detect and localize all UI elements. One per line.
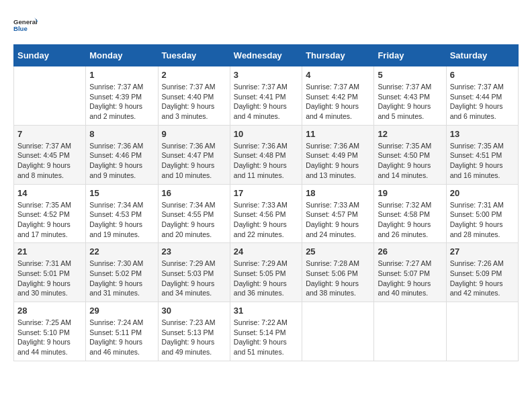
day-header-sunday: Sunday	[14, 45, 86, 66]
day-header-wednesday: Wednesday	[230, 45, 302, 66]
day-header-monday: Monday	[86, 45, 158, 66]
day-number: 18	[306, 188, 370, 198]
day-info: Sunrise: 7:27 AMSunset: 5:07 PMDaylight:…	[378, 259, 442, 298]
week-row-3: 14Sunrise: 7:35 AMSunset: 4:52 PMDayligh…	[14, 184, 519, 243]
day-cell: 23Sunrise: 7:29 AMSunset: 5:03 PMDayligh…	[158, 243, 230, 302]
day-number: 31	[234, 306, 298, 316]
day-info: Sunrise: 7:34 AMSunset: 4:55 PMDaylight:…	[162, 200, 226, 240]
day-info: Sunrise: 7:29 AMSunset: 5:03 PMDaylight:…	[162, 259, 226, 298]
day-cell: 2Sunrise: 7:37 AMSunset: 4:40 PMDaylight…	[158, 66, 230, 126]
day-info: Sunrise: 7:37 AMSunset: 4:40 PMDaylight:…	[162, 82, 226, 122]
day-cell: 8Sunrise: 7:36 AMSunset: 4:46 PMDaylight…	[86, 125, 158, 184]
day-cell: 30Sunrise: 7:23 AMSunset: 5:13 PMDayligh…	[158, 302, 230, 361]
day-info: Sunrise: 7:31 AMSunset: 5:00 PMDaylight:…	[450, 200, 515, 240]
day-cell: 3Sunrise: 7:37 AMSunset: 4:41 PMDaylight…	[230, 66, 302, 126]
day-number: 27	[450, 246, 515, 257]
day-info: Sunrise: 7:33 AMSunset: 4:56 PMDaylight:…	[234, 200, 298, 240]
day-number: 29	[89, 306, 154, 316]
day-info: Sunrise: 7:37 AMSunset: 4:44 PMDaylight:…	[450, 82, 515, 122]
day-info: Sunrise: 7:29 AMSunset: 5:05 PMDaylight:…	[234, 259, 298, 298]
day-cell: 1Sunrise: 7:37 AMSunset: 4:39 PMDaylight…	[86, 66, 158, 126]
day-number: 17	[234, 188, 298, 198]
day-info: Sunrise: 7:36 AMSunset: 4:47 PMDaylight:…	[162, 141, 226, 181]
day-number: 7	[17, 129, 82, 139]
day-number: 25	[306, 246, 370, 257]
day-number: 28	[17, 306, 82, 316]
day-number: 15	[89, 188, 154, 198]
day-cell	[446, 302, 518, 361]
day-number: 19	[378, 188, 442, 198]
day-number: 14	[17, 188, 82, 198]
day-cell: 10Sunrise: 7:36 AMSunset: 4:48 PMDayligh…	[230, 125, 302, 184]
day-cell: 21Sunrise: 7:31 AMSunset: 5:01 PMDayligh…	[14, 243, 86, 302]
day-cell: 20Sunrise: 7:31 AMSunset: 5:00 PMDayligh…	[446, 184, 518, 243]
header: General Blue	[13, 13, 519, 38]
day-number: 1	[89, 70, 154, 80]
week-row-1: 1Sunrise: 7:37 AMSunset: 4:39 PMDaylight…	[14, 66, 519, 126]
svg-text:General: General	[13, 18, 38, 26]
day-cell: 16Sunrise: 7:34 AMSunset: 4:55 PMDayligh…	[158, 184, 230, 243]
day-cell	[14, 66, 86, 126]
day-cell: 6Sunrise: 7:37 AMSunset: 4:44 PMDaylight…	[446, 66, 518, 126]
day-number: 10	[234, 129, 298, 139]
day-info: Sunrise: 7:37 AMSunset: 4:42 PMDaylight:…	[306, 82, 370, 122]
day-info: Sunrise: 7:22 AMSunset: 5:14 PMDaylight:…	[234, 318, 298, 357]
day-number: 24	[234, 246, 298, 257]
day-cell: 12Sunrise: 7:35 AMSunset: 4:50 PMDayligh…	[374, 125, 446, 184]
day-number: 26	[378, 246, 442, 257]
logo: General Blue	[13, 13, 38, 38]
day-info: Sunrise: 7:37 AMSunset: 4:39 PMDaylight:…	[89, 82, 154, 122]
day-info: Sunrise: 7:36 AMSunset: 4:46 PMDaylight:…	[89, 141, 154, 181]
svg-text:Blue: Blue	[13, 25, 28, 32]
day-number: 11	[306, 129, 370, 139]
day-number: 3	[234, 70, 298, 80]
calendar-table: SundayMondayTuesdayWednesdayThursdayFrid…	[13, 44, 519, 361]
day-info: Sunrise: 7:36 AMSunset: 4:49 PMDaylight:…	[306, 141, 370, 181]
day-cell: 11Sunrise: 7:36 AMSunset: 4:49 PMDayligh…	[302, 125, 374, 184]
day-number: 21	[17, 246, 82, 257]
day-number: 5	[378, 70, 442, 80]
day-cell: 5Sunrise: 7:37 AMSunset: 4:43 PMDaylight…	[374, 66, 446, 126]
day-info: Sunrise: 7:31 AMSunset: 5:01 PMDaylight:…	[17, 259, 82, 298]
day-number: 2	[162, 70, 226, 80]
week-row-4: 21Sunrise: 7:31 AMSunset: 5:01 PMDayligh…	[14, 243, 519, 302]
day-number: 6	[450, 70, 515, 80]
day-info: Sunrise: 7:36 AMSunset: 4:48 PMDaylight:…	[234, 141, 298, 181]
day-cell: 19Sunrise: 7:32 AMSunset: 4:58 PMDayligh…	[374, 184, 446, 243]
day-info: Sunrise: 7:37 AMSunset: 4:43 PMDaylight:…	[378, 82, 442, 122]
day-cell: 9Sunrise: 7:36 AMSunset: 4:47 PMDaylight…	[158, 125, 230, 184]
day-cell: 13Sunrise: 7:35 AMSunset: 4:51 PMDayligh…	[446, 125, 518, 184]
day-info: Sunrise: 7:35 AMSunset: 4:51 PMDaylight:…	[450, 141, 515, 181]
day-info: Sunrise: 7:32 AMSunset: 4:58 PMDaylight:…	[378, 200, 442, 240]
day-info: Sunrise: 7:24 AMSunset: 5:11 PMDaylight:…	[89, 318, 154, 357]
day-info: Sunrise: 7:23 AMSunset: 5:13 PMDaylight:…	[162, 318, 226, 357]
day-number: 13	[450, 129, 515, 139]
day-info: Sunrise: 7:37 AMSunset: 4:45 PMDaylight:…	[17, 141, 82, 181]
day-header-saturday: Saturday	[446, 45, 518, 66]
day-cell	[302, 302, 374, 361]
day-header-friday: Friday	[374, 45, 446, 66]
day-info: Sunrise: 7:35 AMSunset: 4:50 PMDaylight:…	[378, 141, 442, 181]
day-info: Sunrise: 7:34 AMSunset: 4:53 PMDaylight:…	[89, 200, 154, 240]
header-row: SundayMondayTuesdayWednesdayThursdayFrid…	[14, 45, 519, 66]
day-cell: 14Sunrise: 7:35 AMSunset: 4:52 PMDayligh…	[14, 184, 86, 243]
day-info: Sunrise: 7:33 AMSunset: 4:57 PMDaylight:…	[306, 200, 370, 240]
day-number: 4	[306, 70, 370, 80]
logo-svg: General Blue	[13, 13, 38, 38]
day-number: 20	[450, 188, 515, 198]
day-cell: 31Sunrise: 7:22 AMSunset: 5:14 PMDayligh…	[230, 302, 302, 361]
day-cell: 22Sunrise: 7:30 AMSunset: 5:02 PMDayligh…	[86, 243, 158, 302]
day-cell: 26Sunrise: 7:27 AMSunset: 5:07 PMDayligh…	[374, 243, 446, 302]
day-cell	[374, 302, 446, 361]
day-number: 16	[162, 188, 226, 198]
day-number: 23	[162, 246, 226, 257]
day-cell: 28Sunrise: 7:25 AMSunset: 5:10 PMDayligh…	[14, 302, 86, 361]
day-cell: 7Sunrise: 7:37 AMSunset: 4:45 PMDaylight…	[14, 125, 86, 184]
day-cell: 24Sunrise: 7:29 AMSunset: 5:05 PMDayligh…	[230, 243, 302, 302]
day-info: Sunrise: 7:30 AMSunset: 5:02 PMDaylight:…	[89, 259, 154, 298]
day-header-tuesday: Tuesday	[158, 45, 230, 66]
day-info: Sunrise: 7:28 AMSunset: 5:06 PMDaylight:…	[306, 259, 370, 298]
day-cell: 27Sunrise: 7:26 AMSunset: 5:09 PMDayligh…	[446, 243, 518, 302]
week-row-5: 28Sunrise: 7:25 AMSunset: 5:10 PMDayligh…	[14, 302, 519, 361]
day-info: Sunrise: 7:26 AMSunset: 5:09 PMDaylight:…	[450, 259, 515, 298]
